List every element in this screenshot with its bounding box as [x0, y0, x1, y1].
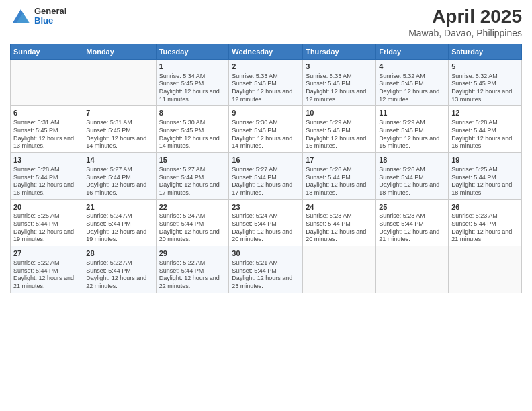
calendar-cell: 3Sunrise: 5:33 AMSunset: 5:45 PMDaylight…: [303, 59, 376, 106]
calendar-week-row: 1Sunrise: 5:34 AMSunset: 5:45 PMDaylight…: [11, 59, 522, 106]
page: General Blue April 2025 Mawab, Davao, Ph…: [0, 0, 532, 411]
calendar-cell: 21Sunrise: 5:24 AMSunset: 5:44 PMDayligh…: [83, 199, 156, 246]
day-number: 15: [159, 155, 226, 165]
title-block: April 2025 Mawab, Davao, Philippines: [408, 7, 522, 38]
day-info: Sunrise: 5:33 AMSunset: 5:45 PMDaylight:…: [232, 73, 300, 104]
day-number: 6: [13, 108, 80, 118]
calendar-day-header: Thursday: [303, 44, 376, 59]
calendar-cell: 2Sunrise: 5:33 AMSunset: 5:45 PMDaylight…: [229, 59, 303, 106]
day-info: Sunrise: 5:27 AMSunset: 5:44 PMDaylight:…: [86, 166, 152, 197]
day-number: 12: [451, 108, 519, 118]
day-number: 23: [232, 202, 300, 212]
day-number: 19: [451, 155, 519, 165]
calendar-cell: [376, 246, 449, 293]
page-title: April 2025: [408, 7, 522, 28]
day-number: 18: [379, 155, 445, 165]
day-number: 30: [232, 248, 300, 259]
day-info: Sunrise: 5:26 AMSunset: 5:44 PMDaylight:…: [379, 166, 445, 197]
day-info: Sunrise: 5:34 AMSunset: 5:45 PMDaylight:…: [159, 73, 226, 104]
calendar-cell: 5Sunrise: 5:32 AMSunset: 5:45 PMDaylight…: [449, 59, 522, 106]
day-info: Sunrise: 5:31 AMSunset: 5:45 PMDaylight:…: [86, 119, 152, 150]
day-number: 1: [159, 62, 226, 72]
page-subtitle: Mawab, Davao, Philippines: [408, 28, 522, 38]
logo-text: General Blue: [34, 7, 66, 26]
day-number: 22: [159, 202, 226, 212]
calendar-cell: 25Sunrise: 5:23 AMSunset: 5:44 PMDayligh…: [376, 199, 449, 246]
calendar-week-row: 6Sunrise: 5:31 AMSunset: 5:45 PMDaylight…: [11, 106, 522, 153]
calendar-cell: [303, 246, 376, 293]
day-number: 7: [86, 108, 152, 118]
calendar-cell: 24Sunrise: 5:23 AMSunset: 5:44 PMDayligh…: [303, 199, 376, 246]
day-number: 10: [306, 108, 373, 118]
day-info: Sunrise: 5:32 AMSunset: 5:45 PMDaylight:…: [451, 73, 519, 104]
calendar-cell: 18Sunrise: 5:26 AMSunset: 5:44 PMDayligh…: [376, 152, 449, 199]
day-number: 4: [379, 62, 445, 72]
calendar-header-row: SundayMondayTuesdayWednesdayThursdayFrid…: [11, 44, 522, 59]
logo-icon: [10, 7, 32, 26]
day-number: 28: [86, 248, 152, 259]
day-info: Sunrise: 5:24 AMSunset: 5:44 PMDaylight:…: [232, 212, 300, 244]
day-info: Sunrise: 5:23 AMSunset: 5:44 PMDaylight:…: [379, 212, 445, 244]
calendar-cell: 15Sunrise: 5:27 AMSunset: 5:44 PMDayligh…: [156, 152, 229, 199]
calendar-cell: 8Sunrise: 5:30 AMSunset: 5:45 PMDaylight…: [156, 106, 229, 153]
calendar-cell: 20Sunrise: 5:25 AMSunset: 5:44 PMDayligh…: [11, 199, 83, 246]
day-number: 21: [86, 202, 152, 212]
calendar-cell: 13Sunrise: 5:28 AMSunset: 5:44 PMDayligh…: [11, 152, 83, 199]
calendar-day-header: Wednesday: [229, 44, 303, 59]
calendar-cell: 29Sunrise: 5:22 AMSunset: 5:44 PMDayligh…: [156, 246, 229, 293]
day-info: Sunrise: 5:28 AMSunset: 5:44 PMDaylight:…: [451, 119, 519, 150]
calendar-cell: 11Sunrise: 5:29 AMSunset: 5:45 PMDayligh…: [376, 106, 449, 153]
calendar-cell: 28Sunrise: 5:22 AMSunset: 5:44 PMDayligh…: [83, 246, 156, 293]
day-info: Sunrise: 5:29 AMSunset: 5:45 PMDaylight:…: [379, 119, 445, 150]
day-number: 16: [232, 155, 300, 165]
day-info: Sunrise: 5:22 AMSunset: 5:44 PMDaylight:…: [159, 259, 226, 291]
day-info: Sunrise: 5:24 AMSunset: 5:44 PMDaylight:…: [159, 212, 226, 244]
day-info: Sunrise: 5:28 AMSunset: 5:44 PMDaylight:…: [13, 166, 80, 197]
day-info: Sunrise: 5:21 AMSunset: 5:44 PMDaylight:…: [232, 259, 300, 291]
day-info: Sunrise: 5:29 AMSunset: 5:45 PMDaylight:…: [306, 119, 373, 150]
calendar-cell: 12Sunrise: 5:28 AMSunset: 5:44 PMDayligh…: [449, 106, 522, 153]
calendar-day-header: Saturday: [449, 44, 522, 59]
calendar-cell: [83, 59, 156, 106]
day-info: Sunrise: 5:30 AMSunset: 5:45 PMDaylight:…: [159, 119, 226, 150]
day-number: 3: [306, 62, 373, 72]
day-info: Sunrise: 5:31 AMSunset: 5:45 PMDaylight:…: [13, 119, 80, 150]
day-number: 29: [159, 248, 226, 259]
day-number: 9: [232, 108, 300, 118]
calendar-cell: 22Sunrise: 5:24 AMSunset: 5:44 PMDayligh…: [156, 199, 229, 246]
day-number: 8: [159, 108, 226, 118]
calendar-cell: 16Sunrise: 5:27 AMSunset: 5:44 PMDayligh…: [229, 152, 303, 199]
calendar-cell: 30Sunrise: 5:21 AMSunset: 5:44 PMDayligh…: [229, 246, 303, 293]
day-number: 14: [86, 155, 152, 165]
calendar-cell: [449, 246, 522, 293]
calendar-cell: 4Sunrise: 5:32 AMSunset: 5:45 PMDaylight…: [376, 59, 449, 106]
day-info: Sunrise: 5:32 AMSunset: 5:45 PMDaylight:…: [379, 73, 445, 104]
calendar-cell: 7Sunrise: 5:31 AMSunset: 5:45 PMDaylight…: [83, 106, 156, 153]
calendar-week-row: 13Sunrise: 5:28 AMSunset: 5:44 PMDayligh…: [11, 152, 522, 199]
day-info: Sunrise: 5:24 AMSunset: 5:44 PMDaylight:…: [86, 212, 152, 244]
day-info: Sunrise: 5:33 AMSunset: 5:45 PMDaylight:…: [306, 73, 373, 104]
logo: General Blue: [10, 7, 66, 26]
day-number: 20: [13, 202, 80, 212]
day-number: 27: [13, 248, 80, 259]
calendar-day-header: Friday: [376, 44, 449, 59]
calendar-table: SundayMondayTuesdayWednesdayThursdayFrid…: [10, 44, 522, 293]
calendar-cell: 6Sunrise: 5:31 AMSunset: 5:45 PMDaylight…: [11, 106, 83, 153]
day-number: 17: [306, 155, 373, 165]
calendar-day-header: Tuesday: [156, 44, 229, 59]
day-info: Sunrise: 5:25 AMSunset: 5:44 PMDaylight:…: [13, 212, 80, 244]
day-number: 13: [13, 155, 80, 165]
calendar-cell: 9Sunrise: 5:30 AMSunset: 5:45 PMDaylight…: [229, 106, 303, 153]
day-info: Sunrise: 5:25 AMSunset: 5:44 PMDaylight:…: [451, 166, 519, 197]
calendar-cell: 14Sunrise: 5:27 AMSunset: 5:44 PMDayligh…: [83, 152, 156, 199]
calendar-day-header: Sunday: [11, 44, 83, 59]
day-info: Sunrise: 5:22 AMSunset: 5:44 PMDaylight:…: [13, 259, 80, 291]
calendar-cell: 27Sunrise: 5:22 AMSunset: 5:44 PMDayligh…: [11, 246, 83, 293]
calendar-cell: 26Sunrise: 5:23 AMSunset: 5:44 PMDayligh…: [449, 199, 522, 246]
logo-general-text: General: [34, 7, 66, 16]
day-info: Sunrise: 5:22 AMSunset: 5:44 PMDaylight:…: [86, 259, 152, 291]
calendar-cell: 23Sunrise: 5:24 AMSunset: 5:44 PMDayligh…: [229, 199, 303, 246]
day-number: 11: [379, 108, 445, 118]
day-number: 2: [232, 62, 300, 72]
day-number: 26: [451, 202, 519, 212]
